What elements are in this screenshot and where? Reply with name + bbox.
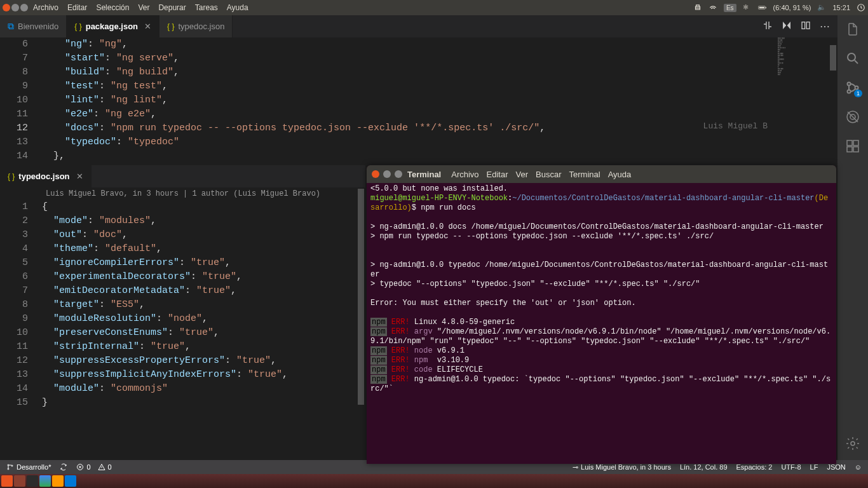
svg-rect-13 xyxy=(847,140,852,146)
app-menu: Archivo Editar Selección Ver Depurar Tar… xyxy=(33,3,248,12)
editor-group-2: { } typedoc.json ✕ Luis Miguel Bravo, in… xyxy=(0,165,365,460)
tab-label: Bienvenido xyxy=(18,22,58,31)
printer-icon[interactable] xyxy=(693,3,702,12)
terminal-titlebar[interactable]: Terminal Archivo Editar Ver Buscar Termi… xyxy=(367,165,836,183)
menu-view[interactable]: Ver xyxy=(138,3,149,12)
extensions-icon[interactable] xyxy=(845,139,860,154)
volume-icon[interactable]: 🔈 xyxy=(817,3,826,12)
menu-file[interactable]: Archivo xyxy=(33,3,58,12)
explorer-icon[interactable] xyxy=(845,22,860,37)
clock[interactable]: 15:21 xyxy=(832,4,850,11)
menu-terminal[interactable]: Terminal xyxy=(569,170,600,179)
scrollbar-vertical[interactable] xyxy=(829,37,837,165)
editor-package-json[interactable]: 67891011121314 "ng": "ng", "start": "ng … xyxy=(0,37,837,165)
codelens-authors[interactable]: Luis Miguel Bravo, in 3 hours | 1 author… xyxy=(0,187,365,200)
feedback-icon[interactable]: ☺ xyxy=(855,463,862,471)
editor-tabs: ⧉ Bienvenido { } package.json ✕ { } type… xyxy=(0,15,837,37)
menu-file[interactable]: Archivo xyxy=(451,170,478,179)
scm-badge: 1 xyxy=(854,90,862,97)
gutter: 123456789101112131415 xyxy=(0,200,38,410)
window-controls[interactable] xyxy=(3,4,28,11)
minimize-icon[interactable] xyxy=(11,4,19,11)
menu-help[interactable]: Ayuda xyxy=(608,170,632,179)
bluetooth-icon[interactable]: ✱ xyxy=(743,3,752,12)
diff-icon[interactable] xyxy=(782,20,792,33)
close-icon[interactable]: ✕ xyxy=(76,172,83,181)
svg-rect-15 xyxy=(853,147,858,152)
compare-icon[interactable] xyxy=(763,20,773,33)
vscode-icon: ⧉ xyxy=(8,21,14,32)
editor-actions: ⋯ xyxy=(755,15,837,37)
files-icon[interactable] xyxy=(14,475,25,487)
chrome-icon[interactable] xyxy=(39,475,51,487)
terminal-icon[interactable] xyxy=(27,475,38,487)
menu-edit[interactable]: Editar xyxy=(67,3,87,12)
gnome-terminal[interactable]: Terminal Archivo Editar Ver Buscar Termi… xyxy=(367,165,836,464)
encoding[interactable]: UTF-8 xyxy=(781,463,801,471)
tab-welcome[interactable]: ⧉ Bienvenido xyxy=(0,15,67,37)
code-content[interactable]: { "mode": "modules", "out": "doc", "them… xyxy=(38,200,365,410)
git-branch[interactable]: Desarrollo* xyxy=(6,463,51,471)
svg-point-18 xyxy=(8,464,9,466)
minimize-icon[interactable] xyxy=(383,170,391,178)
split-icon[interactable] xyxy=(801,20,811,33)
scm-icon[interactable]: 1 xyxy=(845,80,860,95)
more-icon[interactable]: ⋯ xyxy=(820,20,830,32)
problems[interactable]: 0 0 xyxy=(76,463,111,471)
menu-selection[interactable]: Selección xyxy=(96,3,129,12)
debug-icon[interactable] xyxy=(845,109,860,125)
tab-typedoc-json[interactable]: { } typedoc.json xyxy=(159,15,233,37)
search-icon[interactable] xyxy=(845,51,860,66)
editor-typedoc-json[interactable]: Luis Miguel Bravo, in 3 hours | 1 author… xyxy=(0,187,365,460)
session-icon[interactable] xyxy=(857,3,865,12)
vscode-icon[interactable] xyxy=(65,475,76,487)
menu-debug[interactable]: Depurar xyxy=(158,3,186,12)
tab-label: typedoc.json xyxy=(18,172,69,181)
svg-rect-2 xyxy=(759,7,764,8)
close-icon[interactable]: ✕ xyxy=(144,22,151,31)
tab-label: package.json xyxy=(86,22,138,31)
eol[interactable]: LF xyxy=(810,463,818,471)
indentation[interactable]: Espacios: 2 xyxy=(736,463,773,471)
terminal-menu: Archivo Editar Ver Buscar Terminal Ayuda xyxy=(451,170,631,179)
svg-rect-16 xyxy=(853,140,858,146)
svg-rect-14 xyxy=(847,147,852,152)
sublime-icon[interactable] xyxy=(52,475,64,487)
braces-icon: { } xyxy=(167,22,174,31)
terminal-title: Terminal xyxy=(407,170,441,179)
blame-status[interactable]: ⊸ Luis Miguel Bravo, in 3 hours xyxy=(573,463,671,471)
svg-rect-3 xyxy=(765,7,766,8)
close-icon[interactable] xyxy=(372,170,379,178)
maximize-icon[interactable] xyxy=(395,170,402,178)
menu-tasks[interactable]: Tareas xyxy=(195,3,218,12)
menu-help[interactable]: Ayuda xyxy=(227,3,248,12)
svg-rect-6 xyxy=(806,22,810,29)
menu-search[interactable]: Buscar xyxy=(536,170,561,179)
tab-package-json[interactable]: { } package.json ✕ xyxy=(67,15,159,37)
sync-icon[interactable] xyxy=(60,463,67,471)
tab-typedoc-json-2[interactable]: { } typedoc.json ✕ xyxy=(0,165,92,187)
code-content[interactable]: "ng": "ng", "start": "ng serve", "build"… xyxy=(38,37,837,165)
menu-edit[interactable]: Editar xyxy=(487,170,508,179)
battery-icon[interactable] xyxy=(758,3,767,12)
dash-icon[interactable] xyxy=(1,475,13,487)
battery-text: (6:40, 91 %) xyxy=(773,4,811,11)
svg-point-7 xyxy=(848,53,855,61)
maximize-icon[interactable] xyxy=(20,4,28,11)
close-icon[interactable] xyxy=(3,4,10,11)
settings-icon[interactable] xyxy=(845,436,860,451)
svg-point-19 xyxy=(8,468,9,470)
menu-view[interactable]: Ver xyxy=(516,170,529,179)
svg-point-9 xyxy=(848,90,851,93)
svg-rect-5 xyxy=(802,22,805,29)
editor-tabs-2: { } typedoc.json ✕ xyxy=(0,165,365,187)
panel-terminal: ⋯ Terminal Archivo Edit xyxy=(365,165,837,460)
cursor-position[interactable]: Lín. 12, Col. 89 xyxy=(680,463,728,471)
wifi-icon[interactable] xyxy=(709,3,717,12)
language-mode[interactable]: JSON xyxy=(827,463,845,471)
terminal-output[interactable]: <5.0.0 but none was installed. miguel@mi… xyxy=(367,183,836,395)
scrollbar-vertical[interactable] xyxy=(356,187,365,460)
minimap[interactable]: ████ ██████ ███████ ███ ████████ ██ ██ █… xyxy=(778,37,829,165)
gutter: 67891011121314 xyxy=(0,37,38,165)
keyboard-lang[interactable]: Es xyxy=(724,4,736,12)
